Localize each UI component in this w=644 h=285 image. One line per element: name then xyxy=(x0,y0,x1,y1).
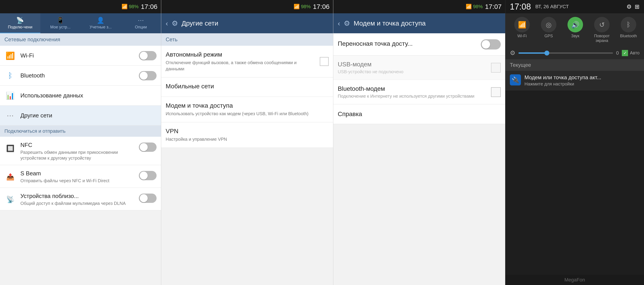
modem-item-bt-modem[interactable]: Bluetooth-модем Подключение к Интернету … xyxy=(333,80,505,104)
bt-modem-subtitle: Подключение к Интернету не используется … xyxy=(338,94,491,99)
net-item-autonomous[interactable]: Автономный режим Отключение функций вызо… xyxy=(161,46,333,78)
nearby-toggle-knob xyxy=(140,194,148,202)
settings-item-other-networks[interactable]: ⋯ Другие сети xyxy=(0,106,161,126)
status-bar-3: 📶 98% 17:07 xyxy=(333,0,505,13)
hotspot-toggle-knob xyxy=(482,40,490,49)
bt-title: Bluetooth xyxy=(20,72,139,79)
qt-bluetooth-label: Bluetooth xyxy=(620,34,637,38)
tab-label-device: Мое устр... xyxy=(50,25,70,30)
qt-wifi[interactable]: 📶 Wi-Fi xyxy=(510,17,534,43)
net-item-modem[interactable]: Модем и точка доступа Использовать устро… xyxy=(161,97,333,122)
panel-title-2: Другие сети xyxy=(182,20,218,27)
brightness-slider[interactable] xyxy=(518,52,613,54)
tab-icon-accounts: 👤 xyxy=(97,17,104,24)
tab-label-connected: Подклю-чени xyxy=(8,25,32,30)
wifi-toggle[interactable] xyxy=(139,51,156,60)
qt-gps[interactable]: ◎ GPS xyxy=(536,17,561,43)
autonomous-checkbox[interactable] xyxy=(320,57,329,66)
tab-my-device[interactable]: 📱 Мое устр... xyxy=(40,13,81,33)
mobile-title: Мобильные сети xyxy=(166,83,329,90)
brightness-knob xyxy=(544,51,549,56)
bt-toggle[interactable] xyxy=(139,71,156,80)
other-networks-icon: ⋯ xyxy=(7,111,14,120)
usb-checkbox[interactable] xyxy=(491,63,501,73)
panel-modem-hotspot: 📶 98% 17:07 ‹ ⚙ Модем и точка доступа Пе… xyxy=(333,0,505,285)
tab-icon-options: ⋯ xyxy=(138,17,144,24)
current-section-header: Текущее xyxy=(506,59,644,71)
quick-toggles: 📶 Wi-Fi ◎ GPS 🔊 Звук ↺ Поворот экрана ᛒ xyxy=(506,13,644,47)
tab-accounts[interactable]: 👤 Учетные з... xyxy=(80,13,121,33)
notif-date: ВТ, 26 АВГУСТ xyxy=(535,4,626,10)
net-item-vpn[interactable]: VPN Настройка и управление VPN xyxy=(161,122,333,148)
modem-item-help[interactable]: Справка xyxy=(333,104,505,124)
help-title: Справка xyxy=(338,111,501,118)
nfc-toggle-knob xyxy=(140,143,148,151)
qt-wifi-label: Wi-Fi xyxy=(517,34,527,38)
qt-sound[interactable]: 🔊 Звук xyxy=(563,17,588,43)
panel-network-settings: 📶 98% 17:06 📡 Подклю-чени 📱 Мое устр... … xyxy=(0,0,161,285)
back-button-2[interactable]: ‹ xyxy=(166,19,168,28)
signal-icons-1: 📶 98% xyxy=(122,4,138,10)
autonomous-content: Автономный режим Отключение функций вызо… xyxy=(166,51,315,72)
data-usage-icon: 📊 xyxy=(6,91,15,100)
nfc-toggle[interactable] xyxy=(139,143,156,152)
qt-rotate-icon: ↺ xyxy=(594,17,610,33)
other-content: Другие сети xyxy=(20,112,156,119)
tab-connected[interactable]: 📡 Подклю-чени xyxy=(0,13,40,33)
qt-gps-label: GPS xyxy=(544,34,553,38)
settings-icon-notif[interactable]: ⚙ xyxy=(626,3,632,10)
wifi-toggle-knob xyxy=(140,52,148,60)
section-header-network: Сетевые подключения xyxy=(0,33,161,46)
auto-brightness[interactable]: ✓ Авто xyxy=(622,50,640,56)
qt-wifi-icon: 📶 xyxy=(514,17,530,33)
nfc-title: NFC xyxy=(20,142,139,148)
bt-modem-content: Bluetooth-модем Подключение к Интернету … xyxy=(338,85,491,99)
modem-item-hotspot[interactable]: Переносная точка досту... xyxy=(333,33,505,56)
sbeam-toggle[interactable] xyxy=(139,171,156,180)
settings-item-nearby[interactable]: 📡 Устройства поблизо... Общий доступ к ф… xyxy=(0,188,161,210)
notif-modem-title: Модем или точка доступа акт... xyxy=(524,74,640,81)
signal-strength-1: 📶 xyxy=(122,4,128,10)
auto-check-icon: ✓ xyxy=(622,50,628,56)
settings-item-nfc[interactable]: 🔲 NFC Разрешить обмен данными при прикос… xyxy=(0,137,161,165)
autonomous-title: Автономный режим xyxy=(166,51,315,58)
qt-sound-icon: 🔊 xyxy=(568,17,583,33)
bt-modem-title: Bluetooth-модем xyxy=(338,85,491,92)
wifi-content: Wi-Fi xyxy=(20,52,139,59)
data-content: Использование данных xyxy=(20,92,156,99)
data-icon-container: 📊 xyxy=(4,90,16,101)
qt-gps-icon: ◎ xyxy=(541,17,556,33)
nearby-icon-container: 📡 xyxy=(4,194,16,205)
tab-options[interactable]: ⋯ Опции xyxy=(121,13,161,33)
modem-item-usb[interactable]: USB-модем USB-устройство не подключено xyxy=(333,56,505,80)
notif-status-icons: ⚙ ⊞ xyxy=(626,3,640,10)
settings-item-data-usage[interactable]: 📊 Использование данных xyxy=(0,86,161,106)
sbeam-content: S Beam Отправить файлы через NFC и Wi-Fi… xyxy=(20,170,139,184)
battery-icon-1: 98% xyxy=(129,4,138,10)
nfc-subtitle: Разрешить обмен данными при прикосновени… xyxy=(20,149,139,161)
subsection-header-connect: Подключиться и отправить xyxy=(0,126,161,137)
notification-item-modem[interactable]: 🔌 Модем или точка доступа акт... Нажмите… xyxy=(506,71,644,90)
settings-list: 📶 Wi-Fi ᛒ Bluetooth 📊 xyxy=(0,46,161,285)
brightness-fill xyxy=(518,52,547,54)
net-item-mobile[interactable]: Мобильные сети xyxy=(161,78,333,97)
hotspot-toggle[interactable] xyxy=(481,39,501,50)
brightness-bar: ⚙ 0 ✓ Авто xyxy=(506,47,644,59)
settings-item-wifi[interactable]: 📶 Wi-Fi xyxy=(0,46,161,66)
brightness-icon: ⚙ xyxy=(510,49,516,57)
back-button-3[interactable]: ‹ xyxy=(338,19,340,28)
settings-item-sbeam[interactable]: 📤 S Beam Отправить файлы через NFC и Wi-… xyxy=(0,165,161,188)
notif-time: 17:08 xyxy=(510,2,531,12)
settings-item-bluetooth[interactable]: ᛒ Bluetooth xyxy=(0,66,161,86)
qt-rotate[interactable]: ↺ Поворот экрана xyxy=(590,17,614,43)
qt-bluetooth[interactable]: ᛒ Bluetooth xyxy=(616,17,641,43)
bt-content: Bluetooth xyxy=(20,72,139,79)
other-title: Другие сети xyxy=(20,112,156,119)
signal-icons-3: 📶 98% xyxy=(466,4,483,10)
notif-modem-subtitle: Нажмите для настройки xyxy=(524,82,640,87)
bt-modem-checkbox[interactable] xyxy=(491,87,501,97)
nearby-toggle[interactable] xyxy=(139,194,156,203)
rotate-symbol: ↺ xyxy=(599,21,605,29)
auto-label: Авто xyxy=(630,50,640,56)
grid-icon-notif[interactable]: ⊞ xyxy=(635,3,640,10)
